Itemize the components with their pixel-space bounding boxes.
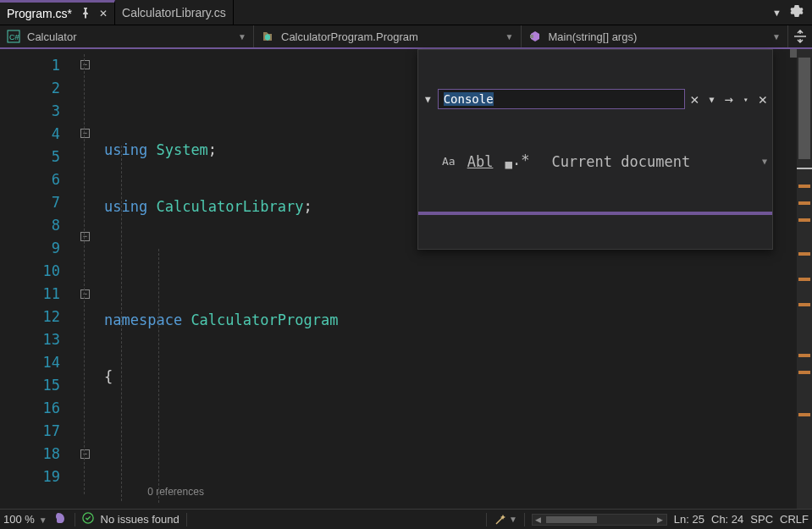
csharp-project-icon: C# xyxy=(7,30,20,43)
gear-icon[interactable] xyxy=(790,4,804,20)
scrollbar-find-marker xyxy=(798,218,810,222)
scrollbar-find-marker xyxy=(798,252,810,256)
line-number: 7 xyxy=(0,191,60,214)
find-panel-resize-grip[interactable] xyxy=(418,212,772,215)
scrollbar-thumb[interactable] xyxy=(546,516,597,523)
line-number: 5 xyxy=(0,146,60,168)
line-number: 1 xyxy=(0,54,60,77)
tab-calculator-library[interactable]: CalculatorLibrary.cs xyxy=(115,0,234,25)
scrollbar-find-marker xyxy=(798,371,810,374)
scrollbar-find-marker xyxy=(798,185,810,188)
check-circle-icon xyxy=(82,512,94,526)
regex-toggle[interactable]: ■.* xyxy=(505,152,529,171)
zoom-level[interactable]: 100 % ▼ xyxy=(3,513,47,526)
member-label: Main(string[] args) xyxy=(549,30,638,43)
tab-bar-controls: ▼ xyxy=(772,4,812,20)
chevron-down-icon: ▼ xyxy=(36,515,47,525)
line-number: 17 xyxy=(0,420,60,443)
line-number: 4 xyxy=(0,123,60,146)
find-options-chevron-icon[interactable]: ▼ xyxy=(709,95,714,104)
line-number: 14 xyxy=(0,351,60,374)
line-number: 6 xyxy=(0,168,60,191)
line-number: 18 xyxy=(0,443,60,466)
class-icon xyxy=(261,30,274,43)
intellicode-icon[interactable] xyxy=(54,511,68,527)
line-number: 19 xyxy=(0,466,60,488)
tab-program-cs[interactable]: Program.cs* ✕ xyxy=(0,0,115,25)
line-number: 8 xyxy=(0,214,60,237)
line-number: 2 xyxy=(0,77,60,100)
svg-rect-2 xyxy=(530,35,533,38)
tab-label: Program.cs* xyxy=(7,7,72,20)
document-tab-bar: Program.cs* ✕ CalculatorLibrary.cs ▼ xyxy=(0,0,812,25)
project-label: Calculator xyxy=(27,30,77,43)
find-input[interactable]: Console xyxy=(438,89,686,109)
horizontal-scrollbar[interactable]: ◀ ▶ xyxy=(532,514,667,526)
line-number: 12 xyxy=(0,306,60,328)
editor-splitter[interactable] xyxy=(790,49,797,58)
match-word-toggle[interactable]: Abl xyxy=(467,153,494,170)
scrollbar-find-marker xyxy=(798,413,810,416)
search-scope-label: Current document xyxy=(551,153,750,170)
method-icon xyxy=(528,30,542,43)
tab-overflow-chevron-icon[interactable]: ▼ xyxy=(772,8,782,18)
split-editor-button[interactable] xyxy=(788,25,812,47)
code-navigation-bar: C# Calculator ▼ CalculatorProgram.Progra… xyxy=(0,25,812,49)
svg-text:C#: C# xyxy=(9,33,19,41)
line-number: 13 xyxy=(0,328,60,351)
chevron-down-icon: ▼ xyxy=(772,32,781,41)
codelens-references[interactable]: 0 references xyxy=(147,486,204,498)
line-number: 3 xyxy=(0,100,60,123)
scroll-left-arrow-icon[interactable]: ◀ xyxy=(533,515,544,525)
find-replace-panel: ▼ Console ✕ ▼ → ▾ ✕ Aa Abl ■.* Current d… xyxy=(417,49,773,250)
chevron-down-icon: ▼ xyxy=(505,32,514,41)
class-selector[interactable]: CalculatorProgram.Program ▼ xyxy=(254,25,522,47)
scrollbar-find-marker xyxy=(798,303,810,306)
scrollbar-caret-marker xyxy=(797,168,812,169)
code-editor[interactable]: 1 2 3 4 5 6 7 8 9 10 11 12 13 14 15 16 1… xyxy=(0,49,812,509)
vertical-scrollbar[interactable] xyxy=(797,49,812,509)
match-case-toggle[interactable]: Aa xyxy=(442,155,456,168)
project-selector[interactable]: C# Calculator ▼ xyxy=(0,25,254,47)
line-number-gutter: 1 2 3 4 5 6 7 8 9 10 11 12 13 14 15 16 1… xyxy=(0,49,80,509)
line-number: 16 xyxy=(0,397,60,420)
close-panel-icon[interactable]: ✕ xyxy=(759,91,767,107)
line-number: 11 xyxy=(0,283,60,306)
line-number: 9 xyxy=(0,237,60,260)
chevron-down-icon: ▼ xyxy=(238,32,246,41)
pin-icon[interactable] xyxy=(79,6,92,22)
code-content[interactable]: using System; using CalculatorLibrary; n… xyxy=(80,49,797,509)
split-icon xyxy=(793,30,807,43)
class-label: CalculatorProgram.Program xyxy=(281,30,418,43)
scrollbar-find-marker xyxy=(798,354,810,357)
line-number: 15 xyxy=(0,374,60,397)
scroll-right-arrow-icon[interactable]: ▶ xyxy=(655,515,666,525)
expand-replace-chevron-icon[interactable]: ▼ xyxy=(423,92,433,107)
scrollbar-find-marker xyxy=(798,278,810,281)
scrollbar-find-marker xyxy=(798,201,810,205)
find-next-icon[interactable]: → xyxy=(724,91,732,107)
scrollbar-thumb[interactable] xyxy=(798,58,810,159)
tab-label: CalculatorLibrary.cs xyxy=(122,6,226,19)
close-find-icon[interactable]: ✕ xyxy=(690,91,699,107)
find-dropdown-chevron-icon[interactable]: ▾ xyxy=(743,95,748,104)
close-icon[interactable]: ✕ xyxy=(99,8,108,19)
line-number: 10 xyxy=(0,260,60,283)
scope-chevron-icon[interactable]: ▼ xyxy=(762,157,767,166)
member-selector[interactable]: Main(string[] args) ▼ xyxy=(522,25,789,47)
